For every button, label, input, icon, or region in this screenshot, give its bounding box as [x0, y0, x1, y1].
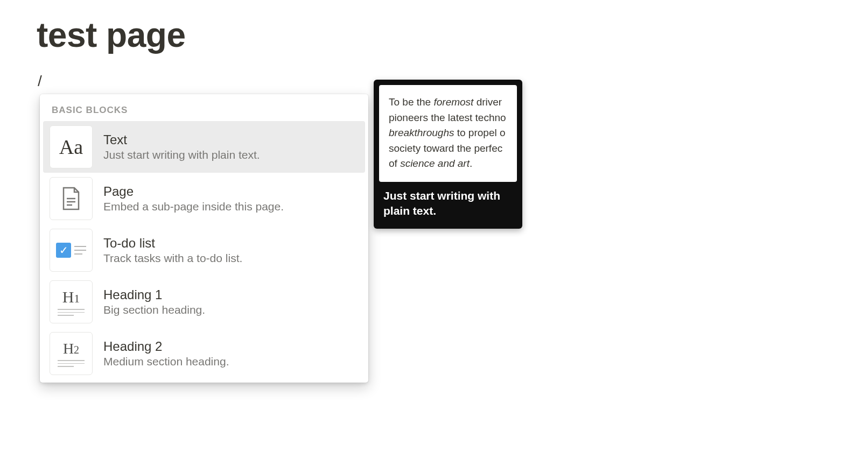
- tooltip-preview-content: To be the foremost driver pioneers the l…: [379, 85, 517, 182]
- menu-item-text-content: Heading 1 Big section heading.: [103, 287, 359, 316]
- heading-2-icon: H2: [50, 332, 93, 375]
- menu-item-title: Text: [103, 132, 359, 147]
- menu-section-header: BASIC BLOCKS: [40, 94, 368, 121]
- menu-item-description: Embed a sub-page inside this page.: [103, 200, 359, 213]
- menu-item-title: Heading 2: [103, 339, 359, 354]
- slash-command-input[interactable]: /: [38, 73, 42, 90]
- menu-item-description: Just start writing with plain text.: [103, 149, 359, 161]
- menu-item-description: Track tasks with a to-do list.: [103, 252, 359, 265]
- block-type-menu: BASIC BLOCKS Aa Text Just start writing …: [40, 94, 368, 383]
- block-preview-tooltip: To be the foremost driver pioneers the l…: [374, 80, 522, 229]
- menu-item-description: Big section heading.: [103, 303, 359, 316]
- menu-item-todo[interactable]: ✓ To-do list Track tasks with a to-do li…: [43, 224, 365, 276]
- menu-item-text-content: To-do list Track tasks with a to-do list…: [103, 236, 359, 265]
- tooltip-caption: Just start writing with plain text.: [379, 182, 517, 223]
- text-icon: Aa: [50, 125, 93, 168]
- menu-item-text-content: Page Embed a sub-page inside this page.: [103, 184, 359, 213]
- menu-item-text[interactable]: Aa Text Just start writing with plain te…: [43, 121, 365, 173]
- menu-item-text-content: Heading 2 Medium section heading.: [103, 339, 359, 368]
- menu-item-description: Medium section heading.: [103, 355, 359, 368]
- heading-1-icon: H1: [50, 280, 93, 323]
- page-title: test page: [37, 15, 185, 55]
- page-icon: [50, 177, 93, 220]
- input-text: /: [38, 73, 42, 89]
- menu-item-heading-2[interactable]: H2 Heading 2 Medium section heading.: [43, 328, 365, 379]
- menu-item-title: To-do list: [103, 236, 359, 251]
- menu-item-title: Heading 1: [103, 287, 359, 302]
- menu-item-page[interactable]: Page Embed a sub-page inside this page.: [43, 173, 365, 224]
- menu-item-title: Page: [103, 184, 359, 199]
- menu-item-text-content: Text Just start writing with plain text.: [103, 132, 359, 161]
- menu-item-heading-1[interactable]: H1 Heading 1 Big section heading.: [43, 276, 365, 328]
- todo-icon: ✓: [50, 229, 93, 272]
